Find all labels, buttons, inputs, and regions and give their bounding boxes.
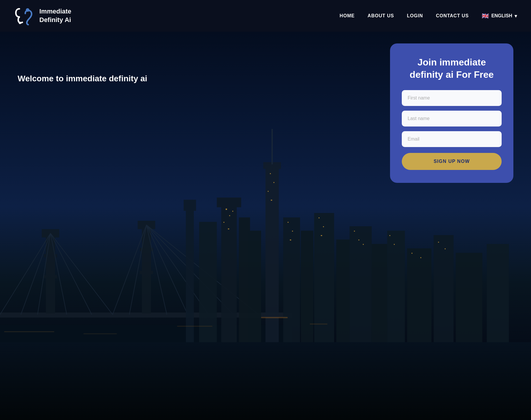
svg-rect-40	[336, 239, 349, 350]
last-name-input[interactable]	[402, 111, 502, 126]
svg-rect-64	[358, 239, 359, 240]
svg-rect-56	[271, 200, 272, 201]
svg-rect-71	[445, 248, 446, 249]
nav-contact[interactable]: CONTACT US	[436, 13, 469, 18]
svg-rect-48	[226, 209, 227, 210]
svg-rect-47	[487, 244, 509, 350]
svg-rect-43	[387, 231, 405, 350]
logo-text: Immediate Definity Ai	[39, 7, 71, 24]
svg-rect-73	[310, 323, 327, 324]
svg-rect-67	[394, 244, 395, 245]
svg-rect-63	[354, 231, 355, 232]
svg-rect-70	[438, 242, 439, 243]
svg-rect-51	[224, 222, 224, 223]
svg-rect-69	[420, 257, 421, 258]
chevron-down-icon: ▾	[515, 13, 517, 19]
nav-login[interactable]: LOGIN	[407, 13, 423, 18]
hero-content: Welcome to immediate definity ai	[18, 49, 147, 84]
navbar: Immediate Definity Ai HOME ABOUT US LOGI…	[0, 0, 531, 32]
hero-section: Welcome to immediate definity ai Join im…	[0, 32, 531, 420]
svg-rect-50	[232, 211, 233, 212]
svg-rect-66	[389, 235, 390, 236]
svg-rect-74	[177, 326, 213, 327]
svg-rect-55	[268, 191, 269, 192]
svg-rect-27	[186, 209, 194, 350]
registration-form-card: Join immediate definity ai For Free SIGN…	[390, 43, 513, 183]
nav-home[interactable]: HOME	[340, 13, 354, 18]
svg-rect-42	[372, 244, 387, 350]
svg-rect-59	[290, 239, 291, 240]
svg-rect-57	[288, 222, 288, 223]
svg-point-1	[19, 22, 21, 24]
svg-rect-35	[248, 231, 261, 350]
hero-title: Welcome to immediate definity ai	[18, 73, 147, 84]
first-name-input[interactable]	[402, 90, 502, 106]
nav-links: HOME ABOUT US LOGIN CONTACT US 🇬🇧 ENGLIS…	[340, 12, 517, 19]
logo-icon	[14, 5, 35, 26]
svg-rect-65	[363, 244, 364, 245]
svg-rect-29	[266, 164, 279, 350]
signup-button[interactable]: SIGN UP NOW	[402, 153, 502, 170]
logo-area: Immediate Definity Ai	[14, 5, 71, 26]
svg-rect-37	[283, 217, 300, 350]
svg-rect-39	[314, 213, 334, 350]
svg-rect-41	[349, 226, 372, 350]
svg-rect-58	[292, 231, 293, 232]
lang-selector[interactable]: 🇬🇧 ENGLISH ▾	[482, 12, 517, 19]
svg-rect-54	[273, 182, 274, 183]
svg-rect-61	[323, 226, 324, 227]
svg-rect-38	[301, 231, 313, 350]
water-layer	[0, 342, 531, 420]
lang-label: ENGLISH	[491, 13, 512, 18]
email-input[interactable]	[402, 131, 502, 147]
svg-rect-53	[270, 173, 271, 174]
svg-rect-68	[411, 253, 412, 254]
svg-rect-46	[456, 253, 482, 350]
svg-rect-60	[319, 217, 320, 218]
lang-flag: 🇬🇧	[482, 12, 489, 19]
svg-rect-52	[228, 229, 229, 230]
svg-rect-49	[229, 215, 230, 216]
nav-about[interactable]: ABOUT US	[368, 13, 394, 18]
svg-rect-62	[321, 235, 322, 236]
svg-rect-28	[184, 200, 196, 211]
svg-rect-72	[261, 317, 288, 318]
form-title: Join immediate definity ai For Free	[402, 56, 502, 81]
svg-rect-45	[434, 235, 454, 350]
svg-rect-33	[217, 198, 241, 207]
svg-rect-44	[407, 248, 431, 350]
svg-rect-32	[221, 204, 237, 350]
svg-rect-36	[199, 222, 217, 350]
